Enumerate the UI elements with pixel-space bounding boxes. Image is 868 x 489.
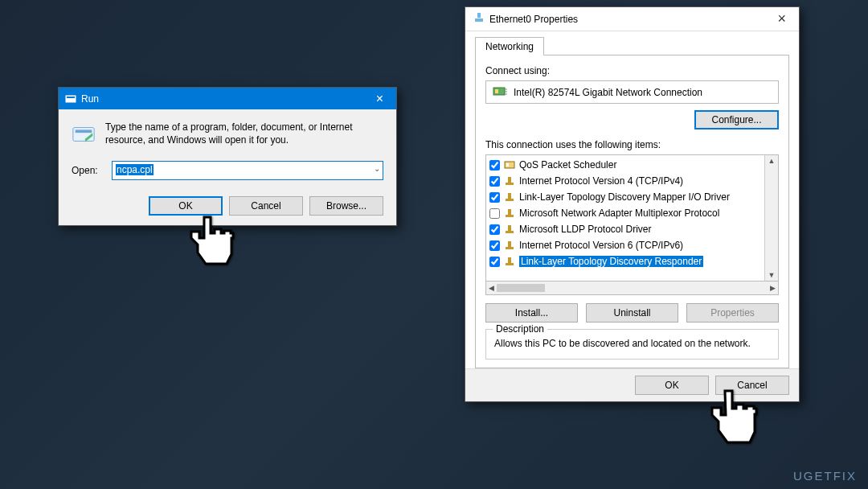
svg-rect-14 (508, 177, 511, 183)
item-checkbox[interactable] (489, 240, 500, 251)
item-label: Internet Protocol Version 6 (TCP/IPv6) (519, 240, 683, 251)
module-icon (503, 159, 516, 171)
svg-rect-23 (506, 263, 514, 265)
svg-rect-16 (508, 193, 511, 199)
scroll-left-icon[interactable]: ◀ (489, 284, 494, 292)
properties-footer: OK Cancel (465, 368, 799, 401)
svg-rect-18 (508, 209, 511, 215)
scrollbar-thumb[interactable] (497, 284, 545, 292)
description-legend: Description (493, 323, 547, 335)
install-button[interactable]: Install... (485, 303, 578, 323)
adapter-icon (493, 85, 507, 99)
svg-rect-17 (506, 215, 514, 217)
run-body: Type the name of a program, folder, docu… (59, 109, 396, 225)
run-hint-text: Type the name of a program, folder, docu… (105, 121, 383, 146)
scroll-up-icon[interactable]: ▲ (768, 157, 776, 165)
list-item[interactable]: Link-Layer Topology Discovery Mapper I/O… (489, 189, 761, 205)
svg-rect-5 (475, 18, 483, 22)
properties-titlebar[interactable]: Ethernet0 Properties × (465, 7, 799, 31)
browse-button[interactable]: Browse... (309, 196, 383, 216)
item-label: Microsoft Network Adapter Multiplexor Pr… (519, 208, 719, 219)
item-label: Link-Layer Topology Discovery Mapper I/O… (519, 191, 730, 203)
open-combobox[interactable]: ncpa.cpl ⌄ (112, 161, 383, 180)
svg-rect-13 (506, 183, 514, 185)
protocol-icon (503, 240, 516, 251)
list-item[interactable]: Internet Protocol Version 4 (TCP/IPv4) (489, 173, 761, 189)
item-checkbox[interactable] (489, 160, 500, 171)
list-item[interactable]: QoS Packet Scheduler (489, 157, 761, 173)
properties-title: Ethernet0 Properties (489, 14, 772, 25)
run-title: Run (81, 93, 370, 105)
properties-dialog: Ethernet0 Properties × Networking Connec… (465, 6, 800, 402)
protocol-icon (503, 175, 516, 187)
connect-using-label: Connect using: (485, 65, 779, 76)
svg-rect-7 (495, 89, 498, 93)
svg-rect-15 (506, 199, 514, 201)
uninstall-button[interactable]: Uninstall (586, 303, 678, 323)
ok-button[interactable]: OK (149, 196, 223, 216)
cancel-button[interactable]: Cancel (715, 376, 789, 395)
networking-pane: Connect using: Intel(R) 82574L Gigabit N… (475, 55, 789, 368)
list-item[interactable]: Microsoft Network Adapter Multiplexor Pr… (489, 205, 761, 221)
open-input-selection: ncpa.cpl (116, 164, 154, 175)
svg-rect-22 (508, 241, 511, 247)
configure-button[interactable]: Configure... (694, 110, 779, 129)
item-label: Link-Layer Topology Discovery Responder (519, 256, 703, 267)
svg-rect-20 (508, 225, 511, 231)
cancel-button[interactable]: Cancel (229, 196, 303, 216)
run-dialog: Run × Type the name of a program, folder… (58, 87, 397, 226)
item-checkbox[interactable] (489, 192, 500, 203)
item-checkbox[interactable] (489, 257, 500, 267)
list-item[interactable]: Link-Layer Topology Discovery Responder (489, 253, 761, 269)
run-titlebar[interactable]: Run × (59, 88, 396, 109)
horizontal-scrollbar[interactable]: ◀ ▶ (485, 281, 779, 295)
svg-rect-11 (505, 162, 514, 168)
svg-rect-3 (76, 129, 92, 133)
item-label: QoS Packet Scheduler (519, 159, 616, 171)
scroll-down-icon[interactable]: ▼ (768, 271, 776, 279)
protocol-icon (503, 224, 516, 235)
item-checkbox[interactable] (489, 208, 500, 219)
protocol-icon (503, 208, 516, 219)
protocol-icon (503, 191, 516, 203)
ok-button[interactable]: OK (635, 376, 709, 395)
svg-rect-4 (477, 13, 481, 18)
adapter-box: Intel(R) 82574L Gigabit Network Connecti… (485, 80, 779, 104)
watermark: UGETFIX (793, 469, 857, 483)
items-list-label: This connection uses the following items… (485, 139, 779, 150)
tab-networking[interactable]: Networking (475, 37, 544, 55)
item-checkbox[interactable] (489, 176, 500, 187)
svg-rect-1 (67, 97, 75, 98)
network-icon (473, 12, 485, 26)
description-text: Allows this PC to be discovered and loca… (494, 338, 770, 349)
svg-rect-24 (508, 257, 511, 263)
adapter-name: Intel(R) 82574L Gigabit Network Connecti… (514, 87, 702, 98)
open-label: Open: (72, 165, 104, 176)
protocol-icon (503, 256, 516, 267)
item-label: Internet Protocol Version 4 (TCP/IPv4) (519, 175, 683, 187)
close-icon[interactable]: × (772, 10, 791, 27)
list-item[interactable]: Microsoft LLDP Protocol Driver (489, 221, 761, 237)
description-groupbox: Description Allows this PC to be discove… (485, 329, 779, 360)
svg-rect-12 (506, 163, 509, 166)
list-item[interactable]: Internet Protocol Version 6 (TCP/IPv6) (489, 237, 761, 253)
svg-rect-21 (506, 247, 514, 249)
item-checkbox[interactable] (489, 224, 500, 235)
scroll-right-icon[interactable]: ▶ (770, 284, 776, 292)
run-program-icon (72, 122, 96, 146)
items-listbox[interactable]: QoS Packet SchedulerInternet Protocol Ve… (485, 154, 779, 281)
svg-rect-19 (506, 231, 514, 233)
run-icon (65, 93, 76, 105)
item-label: Microsoft LLDP Protocol Driver (519, 224, 652, 235)
close-icon[interactable]: × (370, 92, 390, 106)
vertical-scrollbar[interactable]: ▲▼ (764, 155, 778, 281)
properties-button: Properties (686, 303, 779, 323)
